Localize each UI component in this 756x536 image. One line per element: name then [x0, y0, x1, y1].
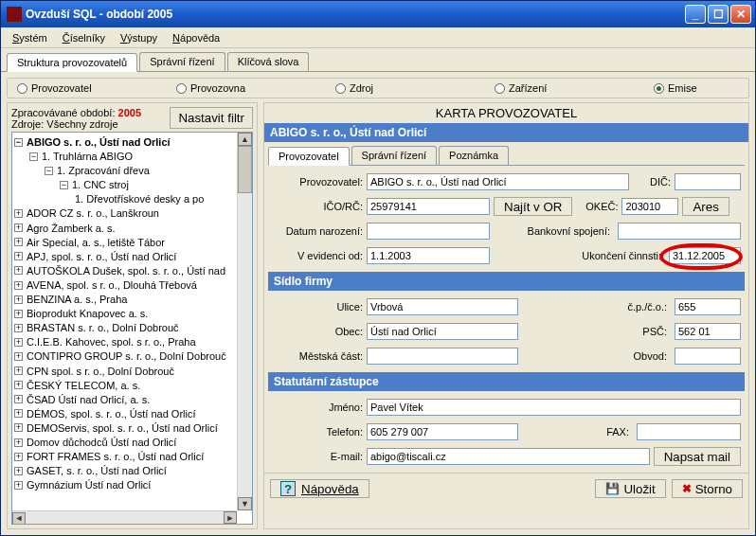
tree-item[interactable]: C.I.E.B. Kahovec, spol. s r. o., Praha [27, 336, 196, 348]
tree-item[interactable]: AVENA, spol. s r. o., Dlouhá Třebová [27, 279, 197, 291]
radio-provozovna[interactable]: Provozovna [176, 82, 335, 94]
input-okec[interactable] [621, 198, 678, 215]
vertical-scrollbar[interactable]: ▲ ▼ [237, 133, 252, 510]
horizontal-scrollbar[interactable]: ◄ ► [12, 510, 237, 524]
tree-item[interactable]: ČESKÝ TELECOM, a. s. [27, 380, 140, 391]
tree-toggle[interactable]: + [14, 481, 23, 490]
radio-emise[interactable]: Emise [654, 82, 739, 94]
tree-toggle[interactable]: − [29, 152, 38, 161]
tree-toggle[interactable]: + [14, 209, 23, 218]
filter-button[interactable]: Nastavit filtr [170, 107, 253, 129]
tree-item[interactable]: 1. Dřevotřískové desky a po [75, 193, 204, 205]
tree-item[interactable]: GASET, s. r. o., Ústí nad Orlicí [27, 465, 167, 476]
tree-item[interactable]: AUTOŠKOLA Dušek, spol. s. r. o., Ústí na… [27, 265, 225, 277]
tree-item[interactable]: Gymnázium Ústí nad Orlicí [27, 479, 151, 491]
tree-item[interactable]: Bioprodukt Knapovec a. s. [27, 308, 148, 319]
input-fax[interactable] [637, 423, 741, 440]
tree-item[interactable]: DEMOServis, spol. s. r. o., Ústí nad Orl… [27, 422, 218, 434]
tree-view[interactable]: −ABIGO s. r. o., Ústí nad Orlicí −1. Tru… [11, 132, 253, 525]
tree-item[interactable]: Domov důchodců Ústí nad Orlicí [27, 437, 176, 448]
cancel-button[interactable]: ✖Storno [672, 479, 743, 498]
input-jmeno[interactable] [367, 399, 741, 416]
tree-toggle[interactable]: − [60, 181, 68, 189]
tree-toggle[interactable]: + [14, 381, 23, 389]
input-psc[interactable] [675, 323, 741, 340]
tree-toggle[interactable]: + [14, 438, 23, 447]
tree-item[interactable]: CPN spol. s r. o., Dolní Dobrouč [27, 366, 174, 377]
close-button[interactable]: ✕ [730, 5, 751, 24]
tree-toggle[interactable]: − [14, 138, 23, 147]
tree-toggle[interactable]: + [14, 324, 23, 332]
tree-toggle[interactable]: + [14, 252, 23, 260]
input-provozovatel[interactable] [367, 173, 629, 190]
tree-item[interactable]: DÉMOS, spol. s. r. o., Ústí nad Orlicí [27, 408, 196, 420]
tab-struktura[interactable]: Struktura provozovatelů [7, 53, 137, 72]
input-evidence-od[interactable] [367, 247, 490, 264]
input-bankovni[interactable] [618, 223, 741, 240]
napsat-mail-button[interactable]: Napsat mail [654, 447, 741, 466]
input-telefon[interactable] [367, 423, 518, 440]
input-obec[interactable] [367, 323, 518, 340]
menu-vystupy[interactable]: Výstupy [113, 30, 165, 45]
scroll-right-button[interactable]: ► [224, 511, 237, 524]
subtab-provozovatel[interactable]: Provozovatel [268, 147, 350, 166]
tree-item[interactable]: BRASTAN s. r. o., Dolní Dobrouč [27, 322, 179, 333]
ares-button[interactable]: Ares [682, 197, 729, 216]
tree-toggle[interactable]: + [14, 366, 23, 375]
help-button[interactable]: ?Nápověda [270, 479, 369, 498]
menu-system[interactable]: Systém [5, 30, 55, 45]
input-obvod[interactable] [675, 348, 741, 365]
scroll-up-button[interactable]: ▲ [238, 133, 252, 146]
menu-napoveda[interactable]: Nápověda [165, 30, 227, 45]
tab-klicova[interactable]: Klíčová slova [227, 52, 310, 71]
minimize-button[interactable]: _ [685, 5, 706, 24]
tree-toggle[interactable]: + [14, 467, 23, 475]
tree-item[interactable]: CONTIPRO GROUP s. r. o., Dolní Dobrouč [27, 351, 226, 363]
input-ulice[interactable] [367, 298, 518, 315]
subtab-spravni[interactable]: Správní řízení [351, 146, 437, 165]
tree-toggle[interactable]: + [14, 395, 23, 403]
tree-item[interactable]: Air Special, a. s., letiště Tábor [27, 237, 165, 248]
scroll-down-button[interactable]: ▼ [238, 497, 252, 510]
tree-item[interactable]: ADOR CZ s. r. o., Lanškroun [27, 208, 159, 220]
tree-item[interactable]: APJ, spol. s. r. o., Ústí nad Orlicí [27, 251, 176, 262]
input-ukonceni[interactable] [669, 247, 741, 264]
tab-spravni[interactable]: Správní řízení [139, 52, 225, 71]
radio-zarizeni[interactable]: Zařízení [495, 82, 654, 94]
tree-toggle[interactable]: + [14, 310, 23, 318]
tree-toggle[interactable]: + [14, 338, 23, 347]
tree-item[interactable]: FORT FRAMES s. r. o., Ústí nad Orlicí [27, 451, 204, 462]
tree-item[interactable]: ČSAD Ústí nad Orlicí, a. s. [27, 394, 150, 405]
menu-ciselniky[interactable]: Číselníky [55, 30, 113, 45]
tree-toggle[interactable]: + [14, 223, 23, 232]
najit-or-button[interactable]: Najít v OR [494, 197, 572, 216]
tree-toggle[interactable]: − [45, 167, 53, 175]
input-icorc[interactable] [367, 198, 490, 215]
maximize-button[interactable]: ☐ [708, 5, 729, 24]
tree-toggle[interactable]: + [14, 266, 23, 275]
save-button[interactable]: 💾Uložit [595, 479, 665, 498]
tree-toggle[interactable]: + [14, 423, 23, 432]
scroll-left-button[interactable]: ◄ [12, 512, 26, 525]
tree-item[interactable]: BENZINA a. s., Praha [27, 294, 127, 305]
input-cpco[interactable] [675, 298, 741, 315]
tree-toggle[interactable]: + [14, 453, 23, 461]
tree-toggle[interactable]: + [14, 295, 23, 304]
radio-zdroj[interactable]: Zdroj [335, 82, 495, 94]
input-dic[interactable] [675, 173, 741, 190]
radio-provozovatel[interactable]: Provozovatel [17, 82, 176, 94]
tree-root-label[interactable]: ABIGO s. r. o., Ústí nad Orlicí [27, 136, 171, 148]
subtab-poznamka[interactable]: Poznámka [439, 146, 509, 165]
tree-item[interactable]: 1. Zpracování dřeva [57, 165, 150, 176]
tree-toggle[interactable]: + [14, 238, 23, 246]
tree-toggle[interactable]: + [14, 409, 23, 418]
tree-item[interactable]: Agro Žamberk a. s. [27, 223, 116, 234]
tree-toggle[interactable]: + [14, 352, 23, 361]
input-narozeni[interactable] [367, 223, 490, 240]
tree-item[interactable]: 1. Truhlárna ABIGO [42, 151, 133, 162]
tree-toggle[interactable]: + [14, 281, 23, 290]
input-mestska[interactable] [367, 348, 518, 365]
scroll-thumb[interactable] [238, 146, 252, 193]
tree-item[interactable]: 1. CNC stroj [72, 179, 129, 190]
input-email[interactable] [367, 448, 650, 465]
